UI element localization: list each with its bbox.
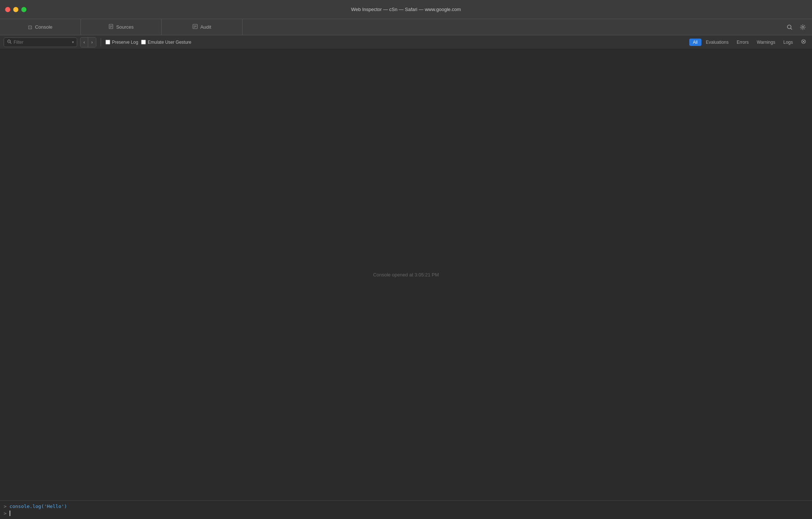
filter-dropdown-icon[interactable]: ▾ [72, 40, 74, 44]
filter-tab-evaluations[interactable]: Evaluations [702, 39, 732, 46]
tab-actions [780, 19, 812, 35]
toolbar-separator-1 [101, 38, 101, 46]
console-input-area: > console.log('Hello') > [0, 500, 812, 519]
console-tab-label: Console [35, 24, 53, 30]
console-opened-text: Console opened at 3:05:21 PM [373, 272, 439, 278]
emulate-user-gesture-checkbox[interactable] [141, 40, 146, 44]
filter-input[interactable] [14, 40, 70, 45]
console-current-prompt: > [4, 511, 7, 516]
console-tab-icon: ⊡ [28, 24, 32, 30]
minimize-button[interactable] [13, 7, 18, 12]
search-button[interactable] [784, 22, 795, 32]
nav-buttons: ‹ › [80, 37, 96, 47]
traffic-lights [5, 7, 26, 12]
preserve-log-text: Preserve Log [112, 40, 138, 45]
sources-tab-label: Sources [116, 24, 134, 30]
close-button[interactable] [5, 7, 10, 12]
svg-point-10 [802, 26, 804, 28]
console-cursor-line: > [4, 510, 808, 517]
emulate-user-gesture-text: Emulate User Gesture [148, 40, 191, 45]
audit-tab-icon [193, 24, 198, 30]
console-history-prompt: > [4, 504, 7, 509]
filter-tab-all[interactable]: All [689, 39, 701, 46]
console-history-code: console.log('Hello') [10, 504, 67, 509]
filter-tab-logs[interactable]: Logs [780, 39, 797, 46]
sources-tab-icon [108, 24, 114, 30]
window-title: Web Inspector — cSn — Safari — www.googl… [351, 7, 461, 12]
next-button[interactable]: › [88, 37, 96, 47]
prev-button[interactable]: ‹ [80, 37, 88, 47]
console-history-line: > console.log('Hello') [4, 503, 808, 510]
audit-tab-label: Audit [200, 24, 211, 30]
maximize-button[interactable] [21, 7, 26, 12]
tab-bar: ⊡ Console Sources Audit [0, 19, 812, 35]
settings-button[interactable] [797, 22, 808, 32]
tab-console[interactable]: ⊡ Console [0, 19, 81, 35]
filter-tab-warnings[interactable]: Warnings [753, 39, 779, 46]
preserve-log-checkbox[interactable] [105, 40, 110, 44]
title-bar: Web Inspector — cSn — Safari — www.googl… [0, 0, 812, 19]
console-empty-area: Console opened at 3:05:21 PM [0, 49, 812, 500]
svg-line-12 [10, 42, 11, 43]
emulate-user-gesture-label[interactable]: Emulate User Gesture [141, 40, 191, 45]
filter-search-icon [7, 39, 12, 45]
filter-search-box[interactable]: ▾ [4, 37, 77, 47]
filter-tab-errors[interactable]: Errors [733, 39, 752, 46]
filter-tabs: All Evaluations Errors Warnings Logs [689, 38, 808, 46]
clear-console-button[interactable] [799, 38, 808, 46]
tab-audit[interactable]: Audit [162, 19, 242, 35]
console-toolbar: ▾ ‹ › Preserve Log Emulate User Gesture … [0, 35, 812, 49]
preserve-log-label[interactable]: Preserve Log [105, 40, 138, 45]
console-cursor [10, 511, 10, 516]
svg-line-9 [791, 28, 792, 29]
tab-sources[interactable]: Sources [81, 19, 162, 35]
console-content: Console opened at 3:05:21 PM > console.l… [0, 49, 812, 519]
